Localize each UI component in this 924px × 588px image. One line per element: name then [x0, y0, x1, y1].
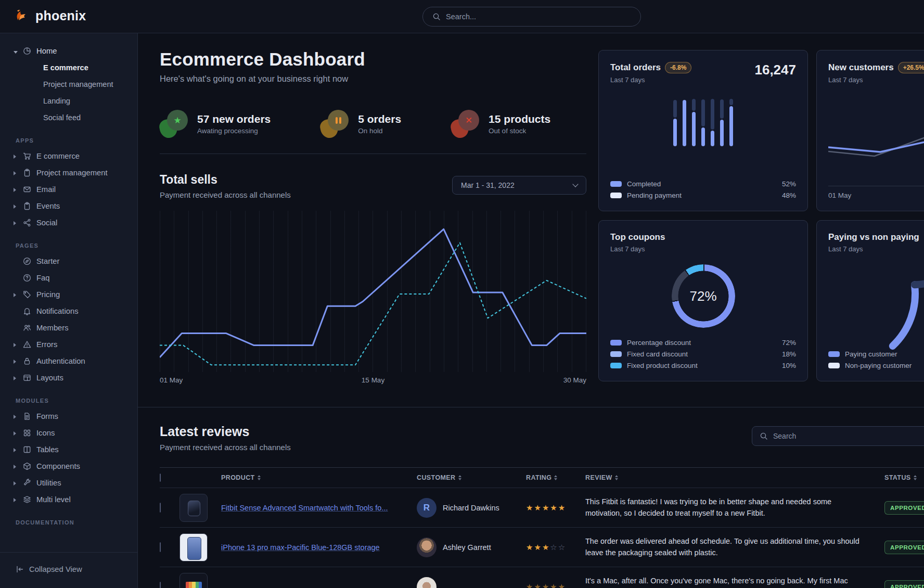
product-link[interactable]: iPhone 13 pro max-Pacific Blue-128GB sto…	[221, 543, 403, 552]
search-icon	[760, 432, 768, 440]
chevron-right-icon	[14, 188, 16, 192]
legend-chip	[610, 193, 622, 198]
select-all-checkbox[interactable]	[160, 474, 161, 482]
chevron-right-icon	[14, 293, 16, 297]
total-sells-chart: 01 May 15 May 30 May	[160, 211, 586, 388]
sidebar-item-pricing[interactable]: Pricing	[0, 286, 137, 303]
legend-item: Percentage discount 72%	[610, 339, 796, 347]
total-orders-value: 16,247	[754, 62, 796, 78]
sidebar-item-multi-level[interactable]: Multi level	[0, 491, 137, 508]
chevron-right-icon	[14, 171, 16, 175]
sidebar-item-landing[interactable]: Landing	[0, 93, 137, 109]
sidebar-item-authentication[interactable]: Authentication	[0, 353, 137, 369]
sidebar-item-home[interactable]: Home	[0, 43, 137, 59]
divider	[828, 186, 924, 186]
sidebar-item-label: Home	[36, 47, 57, 55]
sort-icon	[914, 475, 917, 480]
sidebar-item-faq[interactable]: Faq	[0, 270, 137, 286]
x-tick: 01 May	[828, 191, 924, 199]
card-period: Last 7 days	[610, 76, 691, 84]
chevron-right-icon	[14, 360, 16, 364]
sidebar-item-members[interactable]: Members	[0, 319, 137, 336]
global-search-input[interactable]	[446, 12, 631, 21]
total-sells-lines	[160, 211, 586, 372]
x-icon: ✕	[458, 110, 479, 131]
status-badge: APPROVED✓	[884, 501, 924, 515]
sidebar-item-project-management-dashboard[interactable]: Project management	[0, 76, 137, 93]
reviews-search[interactable]	[752, 426, 924, 446]
x-tick: 30 May	[563, 376, 586, 384]
stat-out-of-stock: ✕ 15 products Out of stock	[451, 110, 550, 138]
compass-icon	[23, 257, 31, 265]
total-orders-bar-chart	[610, 97, 796, 146]
change-badge: -6.8%	[665, 62, 691, 73]
chevron-down-icon	[14, 51, 18, 54]
sort-icon	[258, 475, 261, 480]
grid-icon	[23, 429, 31, 437]
avatar	[417, 538, 437, 557]
legend-chip	[610, 351, 622, 357]
date-range-select[interactable]: Mar 1 - 31, 2022	[452, 176, 586, 195]
sidebar-item-layouts[interactable]: Layouts	[0, 369, 137, 386]
reviews-search-input[interactable]	[773, 432, 923, 440]
sidebar-item-notifications[interactable]: Notifications	[0, 303, 137, 319]
column-header-status[interactable]: STATUS	[880, 474, 924, 481]
row-checkbox[interactable]	[160, 542, 161, 552]
sidebar-item-social[interactable]: Social	[0, 214, 137, 231]
table-row: Fitbit Sense Advanced Smartwatch with To…	[160, 488, 924, 528]
column-header-customer[interactable]: CUSTOMER	[409, 474, 519, 481]
sidebar-item-ecommerce[interactable]: E commerce	[0, 148, 137, 164]
sidebar-item-forms[interactable]: Forms	[0, 408, 137, 425]
file-text-icon	[23, 412, 31, 420]
column-header-product[interactable]: PRODUCT	[217, 474, 409, 481]
brand-name: phoenix	[35, 8, 86, 23]
box-icon	[23, 462, 31, 470]
brand-logo[interactable]: phoenix	[14, 7, 86, 24]
rating-stars: ★★★☆☆	[526, 543, 566, 552]
product-thumbnail	[179, 533, 208, 561]
lock-icon	[23, 357, 31, 365]
card-title: New customers	[828, 62, 894, 73]
status-badge: APPROVED✓	[884, 580, 924, 588]
wrench-icon	[23, 479, 31, 487]
sort-icon	[615, 475, 618, 480]
sidebar-item-errors[interactable]: Errors	[0, 336, 137, 353]
top-coupons-card: Top coupons Last 7 days 72% Percentage d…	[598, 220, 808, 381]
question-circle-icon	[23, 274, 31, 282]
sidebar-item-ecommerce-dashboard[interactable]: E commerce	[0, 59, 137, 76]
row-checkbox[interactable]	[160, 503, 161, 513]
chevron-right-icon	[14, 155, 16, 159]
sidebar-item-components[interactable]: Components	[0, 458, 137, 475]
change-badge: +26.5%	[898, 62, 924, 73]
table-row: iPhone 13 pro max-Pacific Blue-128GB sto…	[160, 528, 924, 567]
chevron-right-icon	[14, 343, 16, 347]
pause-icon	[328, 110, 349, 131]
users-icon	[23, 324, 31, 332]
total-sells-subtitle: Payment received across all channels	[160, 190, 291, 199]
sidebar-item-icons[interactable]: Icons	[0, 425, 137, 441]
sidebar-item-utilities[interactable]: Utilities	[0, 475, 137, 491]
layers-icon	[23, 495, 31, 504]
collapse-sidebar-button[interactable]: Collapsed View	[16, 561, 137, 578]
sidebar-item-email[interactable]: Email	[0, 181, 137, 198]
x-tick: 15 May	[362, 376, 384, 384]
reviews-subtitle: Payment received across all channels	[160, 443, 291, 452]
column-header-review[interactable]: REVIEW	[581, 474, 880, 481]
chevron-right-icon	[14, 204, 16, 209]
global-search[interactable]	[422, 7, 641, 27]
sidebar-item-project-management[interactable]: Project management	[0, 164, 137, 181]
card-period: Last 7 days	[610, 245, 665, 253]
table-row: ★★★★★ It's a Mac, after all. Once you've…	[160, 567, 924, 588]
legend-chip	[610, 363, 622, 368]
row-checkbox[interactable]	[160, 582, 161, 588]
sidebar-item-social-feed[interactable]: Social feed	[0, 109, 137, 126]
sidebar-item-events[interactable]: Events	[0, 198, 137, 214]
review-text: It's a Mac, after all. Once you've gone …	[585, 576, 869, 588]
sidebar-item-starter[interactable]: Starter	[0, 253, 137, 270]
card-title: Paying vs non paying	[828, 232, 919, 242]
product-link[interactable]: Fitbit Sense Advanced Smartwatch with To…	[221, 504, 403, 512]
sidebar-item-tables[interactable]: Tables	[0, 441, 137, 458]
column-header-rating[interactable]: RATING	[519, 474, 581, 481]
legend-item: Fixed card discount 18%	[610, 350, 796, 358]
bell-icon	[23, 307, 31, 315]
